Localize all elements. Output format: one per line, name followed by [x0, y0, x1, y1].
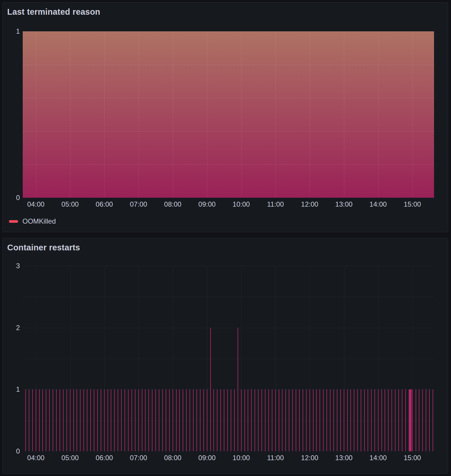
restart-bar	[118, 389, 118, 451]
restart-bar	[320, 389, 320, 451]
restart-bar	[183, 389, 183, 451]
restart-bar	[210, 328, 211, 451]
x-tick-label: 05:00	[54, 200, 86, 209]
restart-bar	[279, 389, 279, 451]
x-tick-label: 11:00	[260, 200, 291, 209]
restart-bar	[248, 389, 248, 451]
restart-bar	[251, 389, 252, 451]
restart-bar	[275, 389, 276, 451]
restart-bar	[135, 389, 135, 451]
restart-bar	[299, 389, 300, 451]
restart-bar	[330, 389, 330, 451]
legend-item-oomkilled[interactable]: OOMKilled	[9, 217, 56, 225]
restart-bar	[162, 389, 163, 451]
restart-bar	[429, 389, 430, 451]
restart-bar	[128, 389, 129, 451]
restart-bar	[333, 389, 334, 451]
x-tick-label: 08:00	[157, 200, 189, 209]
restart-bar	[231, 389, 231, 451]
y-tick-label: 1	[4, 27, 20, 36]
restart-bar	[354, 389, 354, 451]
gridline-h	[23, 359, 434, 359]
panel-last-terminated-reason: Last terminated reason OOMKilled 04:0005…	[2, 2, 448, 232]
restart-bar	[217, 389, 217, 451]
restart-bar	[309, 389, 310, 451]
restart-bar	[148, 389, 149, 451]
restart-bar	[371, 389, 372, 451]
restart-bar	[77, 389, 77, 451]
x-tick-label: 15:00	[397, 454, 428, 462]
restart-bar	[416, 389, 416, 451]
restart-bar	[391, 389, 392, 451]
restart-bar	[155, 389, 156, 451]
restart-bar	[405, 389, 406, 451]
restart-bar	[152, 389, 152, 451]
restart-bar	[344, 389, 344, 451]
restart-bar	[255, 389, 255, 451]
y-tick-label: 0	[4, 193, 20, 202]
restart-bar	[145, 389, 146, 451]
restart-bar	[378, 389, 379, 451]
restart-bar	[159, 389, 159, 451]
restart-bar	[282, 389, 282, 451]
restart-bar	[42, 389, 43, 451]
oomkilled-area-fill	[23, 31, 434, 198]
restart-bar	[238, 328, 238, 451]
restart-bar	[138, 389, 139, 451]
x-tick-label: 14:00	[362, 454, 394, 462]
restart-bar	[323, 389, 324, 451]
container-restarts-plot[interactable]	[23, 266, 434, 451]
restart-bar	[411, 389, 412, 451]
restart-bar	[265, 389, 265, 451]
restart-bar	[186, 389, 187, 451]
restart-bar	[190, 389, 190, 451]
restart-bar	[90, 389, 91, 451]
restart-bar	[87, 389, 87, 451]
restart-bar	[364, 389, 365, 451]
panel-container-restarts: Container restarts 04:0005:0006:0007:000…	[2, 238, 448, 474]
restart-bar	[220, 389, 221, 451]
panel-title[interactable]: Last terminated reason	[7, 7, 100, 17]
x-tick-label: 06:00	[89, 200, 120, 209]
x-tick-label: 05:00	[54, 454, 86, 462]
restart-bar	[388, 389, 389, 451]
restart-bar	[142, 389, 142, 451]
x-tick-label: 10:00	[226, 454, 257, 462]
gridline-h	[23, 328, 434, 328]
restart-bar	[285, 389, 286, 451]
restart-bar	[166, 389, 166, 451]
x-tick-label: 07:00	[123, 454, 154, 462]
gridline-h	[23, 420, 434, 421]
restart-bar	[422, 389, 423, 451]
restart-bar	[289, 389, 289, 451]
restart-bar	[292, 389, 293, 451]
restart-bar	[169, 389, 170, 451]
x-tick-label: 04:00	[20, 200, 52, 209]
restart-bar	[97, 389, 98, 451]
restart-bar	[381, 389, 382, 451]
legend: OOMKilled	[9, 217, 56, 226]
y-tick-label: 2	[4, 323, 20, 332]
restart-bar	[70, 389, 70, 451]
restart-bar	[395, 389, 395, 451]
restart-bar	[296, 389, 296, 451]
restart-bar	[94, 389, 94, 451]
restart-bar	[357, 389, 358, 451]
panel-title[interactable]: Container restarts	[7, 243, 80, 252]
restart-bar	[234, 389, 235, 451]
restart-bar	[66, 389, 67, 451]
restart-bar	[46, 389, 46, 451]
restart-bar	[241, 389, 242, 451]
restart-bar	[176, 389, 177, 451]
gridline-h	[23, 266, 434, 266]
restart-bar	[213, 389, 214, 451]
x-tick-label: 13:00	[328, 200, 360, 209]
restart-bar	[29, 389, 29, 451]
restart-bar	[125, 389, 125, 451]
last-terminated-reason-plot[interactable]	[23, 31, 434, 198]
restart-bar	[193, 389, 194, 451]
y-tick-label: 0	[4, 447, 20, 456]
restart-bar	[261, 389, 262, 451]
restart-bar	[60, 389, 60, 451]
restart-bar	[207, 389, 207, 451]
